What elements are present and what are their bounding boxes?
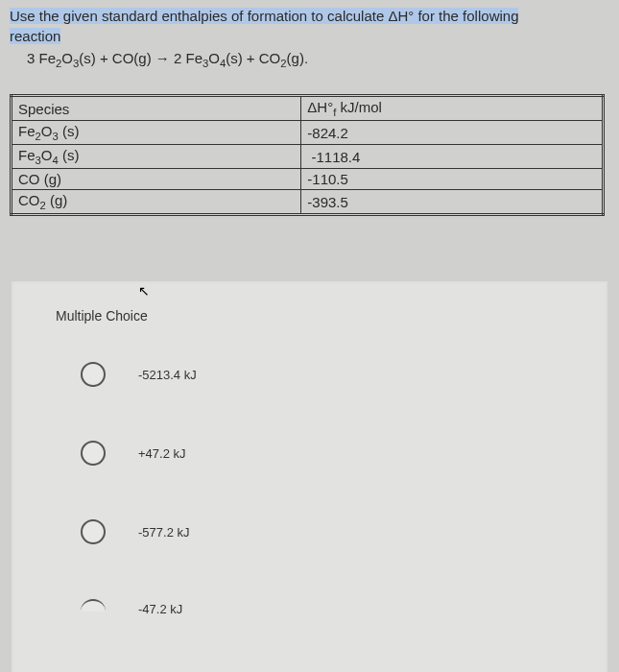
option-label: -577.2 kJ: [138, 525, 189, 540]
cell-species: Fe3O4 (s): [12, 145, 301, 169]
mc-title: Multiple Choice: [12, 308, 607, 324]
table-header-row: Species ΔH°f kJ/mol: [12, 96, 604, 121]
radio-icon[interactable]: [81, 519, 106, 544]
cell-species: Fe2O3 (s): [12, 121, 301, 145]
option-label: +47.2 kJ: [138, 446, 186, 461]
multiple-choice-section: Multiple Choice -5213.4 kJ +47.2 kJ -577…: [12, 281, 607, 672]
cell-species: CO (g): [12, 169, 301, 190]
cell-species: CO2 (g): [12, 190, 301, 215]
header-value: ΔH°f kJ/mol: [301, 96, 604, 121]
radio-icon[interactable]: [81, 599, 106, 612]
option-label: -5213.4 kJ: [138, 368, 197, 382]
table-row: Fe2O3 (s) -824.2: [12, 121, 604, 145]
radio-icon[interactable]: [81, 441, 106, 466]
option-3[interactable]: -577.2 kJ: [81, 519, 607, 544]
question-line1: Use the given standard enthalpies of for…: [10, 8, 518, 24]
question-line2: reaction: [10, 28, 60, 44]
cell-value: -110.5: [301, 169, 604, 190]
options-list: -5213.4 kJ +47.2 kJ -577.2 kJ -47.2 kJ: [12, 324, 607, 612]
table-row: CO (g) -110.5: [12, 169, 604, 190]
header-species: Species: [12, 96, 301, 121]
enthalpy-table: Species ΔH°f kJ/mol Fe2O3 (s) -824.2 Fe3…: [10, 94, 605, 216]
cursor-icon: ↖: [138, 283, 150, 299]
question-text: Use the given standard enthalpies of for…: [10, 6, 609, 46]
equation: 3 Fe2O3(s) + CO(g) → 2 Fe3O4(s) + CO2(g)…: [10, 46, 609, 79]
radio-icon[interactable]: [81, 362, 106, 387]
question-area: Use the given standard enthalpies of for…: [0, 0, 619, 88]
option-1[interactable]: -5213.4 kJ: [81, 362, 607, 387]
table-row: CO2 (g) -393.5: [12, 190, 604, 215]
cell-value: -393.5: [301, 190, 604, 215]
option-label: -47.2 kJ: [138, 602, 182, 616]
cell-value: -1118.4: [301, 145, 604, 169]
option-4[interactable]: -47.2 kJ: [81, 598, 607, 612]
cell-value: -824.2: [301, 121, 604, 145]
option-2[interactable]: +47.2 kJ: [81, 441, 607, 466]
table-row: Fe3O4 (s) -1118.4: [12, 145, 604, 169]
